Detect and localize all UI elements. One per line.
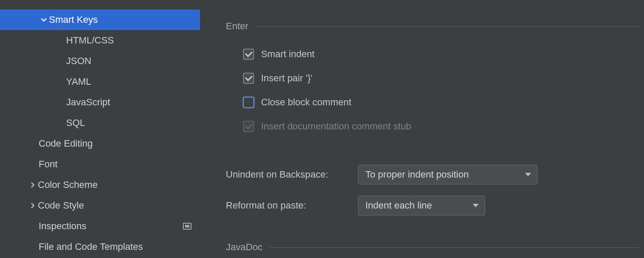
sidebar-item-label: Font — [39, 159, 58, 170]
sidebar-item-label: File and Code Templates — [39, 241, 143, 252]
profile-scheme-icon — [183, 223, 191, 230]
option-insert-doc-stub: Insert documentation comment stub — [226, 114, 640, 138]
option-close-block-comment: Close block comment — [226, 90, 640, 114]
option-insert-pair-brace: Insert pair '}' — [226, 66, 640, 90]
sidebar-item-json[interactable]: JSON — [0, 51, 200, 71]
settings-sidebar: Smart Keys HTML/CSS JSON YAML JavaScript… — [0, 0, 200, 258]
checkbox-label: Smart indent — [261, 49, 315, 60]
sidebar-item-file-templates[interactable]: File and Code Templates — [0, 236, 200, 257]
sidebar-item-label: Color Scheme — [38, 179, 97, 190]
separator-line — [255, 26, 640, 27]
sidebar-item-label: JSON — [66, 55, 91, 67]
option-unindent-backspace: Unindent on Backspace: To proper indent … — [226, 159, 640, 190]
separator-line — [270, 247, 640, 248]
group-title: JavaDoc — [226, 242, 263, 253]
sidebar-item-sql[interactable]: SQL — [0, 113, 200, 133]
sidebar-item-javascript[interactable]: JavaScript — [0, 92, 200, 113]
settings-panel: Enter Smart indent Insert pair '}' Close… — [200, 0, 644, 258]
select-value: To proper indent position — [365, 169, 469, 180]
sidebar-item-html-css[interactable]: HTML/CSS — [0, 30, 200, 51]
select-reformat-on-paste[interactable]: Indent each line — [358, 196, 485, 215]
sidebar-item-color-scheme[interactable]: Color Scheme — [0, 175, 200, 195]
form-label: Unindent on Backspace: — [226, 169, 358, 180]
checkbox-label: Insert documentation comment stub — [261, 121, 411, 132]
sidebar-item-label: YAML — [66, 76, 91, 87]
caret-down-icon — [473, 204, 479, 207]
sidebar-item-inspections[interactable]: Inspections — [0, 216, 200, 236]
checkbox-insert-doc-stub — [243, 121, 254, 132]
option-reformat-on-paste: Reformat on paste: Indent each line — [226, 190, 640, 221]
sidebar-item-label: Code Style — [38, 200, 84, 211]
form-label: Reformat on paste: — [226, 200, 358, 211]
sidebar-item-label: HTML/CSS — [66, 35, 114, 46]
sidebar-item-code-style[interactable]: Code Style — [0, 195, 200, 216]
sidebar-item-label: SQL — [66, 117, 85, 129]
group-header-enter: Enter — [226, 21, 640, 32]
option-smart-indent: Smart indent — [226, 42, 640, 66]
checkbox-label: Insert pair '}' — [261, 73, 313, 84]
checkbox-smart-indent[interactable] — [243, 49, 254, 60]
sidebar-item-label: Inspections — [39, 221, 86, 232]
chevron-right-icon — [27, 203, 38, 209]
sidebar-item-label: Code Editing — [39, 138, 93, 149]
sidebar-item-yaml[interactable]: YAML — [0, 71, 200, 92]
checkbox-label: Close block comment — [261, 97, 351, 108]
chevron-down-icon — [39, 17, 49, 23]
group-header-javadoc: JavaDoc — [226, 242, 640, 253]
checkbox-insert-pair-brace[interactable] — [243, 73, 254, 84]
select-unindent-backspace[interactable]: To proper indent position — [358, 165, 538, 184]
caret-down-icon — [525, 173, 531, 176]
sidebar-item-smart-keys[interactable]: Smart Keys — [0, 9, 200, 30]
group-title: Enter — [226, 21, 249, 32]
sidebar-item-label: JavaScript — [66, 97, 110, 108]
checkbox-close-block-comment[interactable] — [243, 97, 254, 108]
chevron-right-icon — [27, 182, 38, 188]
sidebar-item-font[interactable]: Font — [0, 154, 200, 175]
sidebar-item-code-editing[interactable]: Code Editing — [0, 133, 200, 154]
select-value: Indent each line — [365, 200, 432, 211]
sidebar-item-label: Smart Keys — [49, 14, 98, 25]
